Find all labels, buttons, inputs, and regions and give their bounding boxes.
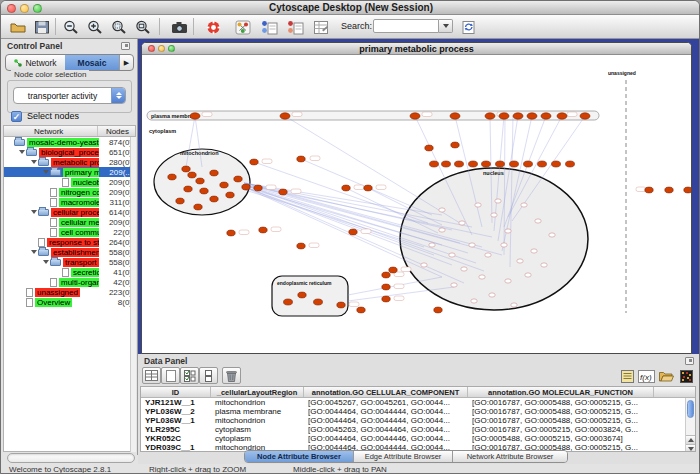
network-node[interactable]: [342, 185, 350, 191]
network-node[interactable]: [461, 267, 467, 271]
titlebar[interactable]: Cytoscape Desktop (New Session): [1, 1, 700, 15]
network-node[interactable]: [517, 259, 523, 263]
network-node[interactable]: [566, 161, 575, 167]
network-node[interactable]: [168, 174, 176, 180]
network-node[interactable]: [200, 188, 208, 194]
network-node[interactable]: [684, 187, 691, 193]
tab-edge-attribute-browser[interactable]: Edge Attribute Browser: [354, 451, 453, 462]
network-node[interactable]: [297, 156, 305, 162]
network-node[interactable]: [525, 273, 531, 277]
tree-row[interactable]: secretion41(0): [4, 267, 135, 277]
scroll-down-button[interactable]: [686, 444, 696, 452]
tree-row[interactable]: cell communicat22(0): [4, 227, 135, 237]
column-header[interactable]: ID: [141, 387, 211, 397]
network-node[interactable]: [357, 307, 365, 313]
network-node[interactable]: [496, 161, 505, 167]
network-node[interactable]: [495, 199, 501, 203]
network-node[interactable]: [451, 142, 459, 148]
network-node[interactable]: [314, 299, 323, 305]
network-node[interactable]: [297, 243, 305, 249]
node-color-select[interactable]: transporter activity: [13, 87, 126, 104]
zoom-fit-button[interactable]: [131, 17, 155, 37]
node-vizmap-button[interactable]: [257, 17, 281, 37]
column-header[interactable]: annotation.GO MOLECULAR_FUNCTION: [468, 387, 654, 397]
network-node[interactable]: [429, 243, 435, 247]
tree-row[interactable]: cellular metabol209(0): [4, 217, 135, 227]
network-window-titlebar[interactable]: primary metabolic process: [142, 43, 691, 55]
network-node[interactable]: [450, 113, 460, 119]
network-node[interactable]: [665, 187, 673, 193]
network-node[interactable]: [527, 113, 537, 119]
network-node[interactable]: [531, 249, 537, 253]
tree-row[interactable]: unassigned223(0): [4, 287, 135, 297]
tree-row[interactable]: response to stimulu264(0): [4, 237, 135, 247]
notes-button[interactable]: [619, 368, 636, 384]
network-node[interactable]: [505, 279, 511, 283]
tree-row[interactable]: mosaic-demo-yeast874(0): [4, 137, 135, 147]
delete-attribute-button[interactable]: [222, 367, 241, 384]
tree-expander-icon[interactable]: [42, 260, 50, 264]
table-row[interactable]: YLR295Ccytoplasm[GO:0045263, GO:0044464,…: [141, 425, 695, 434]
network-node[interactable]: [279, 189, 287, 195]
table-row[interactable]: YJR121W__1mitochondrion[GO:0045267, GO:0…: [141, 398, 695, 407]
network-node[interactable]: [439, 228, 445, 232]
network-node[interactable]: [298, 292, 306, 298]
unselect-attributes-button[interactable]: [199, 367, 218, 384]
network-node[interactable]: [455, 161, 464, 167]
network-node[interactable]: [410, 113, 420, 119]
column-header[interactable]: annotation.GO CELLULAR_COMPONENT: [304, 387, 468, 397]
network-canvas[interactable]: plasma membrane cytoplasm mitochondrion …: [142, 55, 691, 354]
help-button[interactable]: [201, 17, 225, 37]
network-node[interactable]: [471, 299, 477, 303]
network-node[interactable]: [176, 198, 184, 204]
network-node[interactable]: [259, 227, 267, 233]
network-node[interactable]: [234, 176, 242, 182]
search-dropdown-button[interactable]: [439, 19, 453, 33]
network-node[interactable]: [501, 243, 507, 247]
network-manager-button[interactable]: [231, 17, 255, 37]
column-header[interactable]: _cellularLayoutRegion: [211, 387, 304, 397]
network-node[interactable]: [226, 192, 234, 198]
network-node[interactable]: [196, 178, 204, 184]
tree-scrollbar[interactable]: [130, 137, 136, 452]
float-panel-icon[interactable]: [685, 357, 694, 365]
network-node[interactable]: [541, 263, 547, 267]
network-node[interactable]: [280, 113, 290, 119]
network-node[interactable]: [485, 253, 491, 257]
tree-row[interactable]: primary metabo209(...: [4, 167, 135, 177]
network-node[interactable]: [190, 113, 200, 119]
tree-expander-icon[interactable]: [30, 250, 38, 254]
float-panel-icon[interactable]: [121, 42, 130, 50]
tree-row[interactable]: nitrogen compo209(0): [4, 187, 135, 197]
network-view-window[interactable]: primary metabolic process plasma membran…: [141, 42, 692, 354]
network-node[interactable]: [552, 161, 561, 167]
tab-mosaic[interactable]: Mosaic: [65, 55, 119, 70]
select-attributes-button[interactable]: [180, 367, 199, 384]
network-node[interactable]: [242, 184, 250, 190]
network-node[interactable]: [337, 302, 345, 308]
network-node[interactable]: [521, 203, 527, 207]
network-node[interactable]: [475, 203, 481, 207]
tree-row[interactable]: establishment of lo558(0): [4, 247, 135, 257]
network-node[interactable]: [489, 293, 495, 297]
search-input[interactable]: [373, 19, 439, 33]
tab-network-attribute-browser[interactable]: Network Attribute Browser: [453, 451, 567, 462]
network-node[interactable]: [382, 272, 390, 278]
network-node[interactable]: [538, 161, 547, 167]
network-node[interactable]: [510, 161, 519, 167]
network-node[interactable]: [194, 204, 202, 210]
tree-row[interactable]: Overview8(0): [4, 297, 135, 307]
tab-network[interactable]: Network: [6, 55, 65, 70]
network-node[interactable]: [541, 113, 551, 119]
network-node[interactable]: [482, 161, 491, 167]
network-node[interactable]: [524, 161, 533, 167]
import-attributes-button[interactable]: [658, 368, 675, 384]
tree-row[interactable]: macromolecule311(0): [4, 197, 135, 207]
network-node[interactable]: [549, 233, 555, 237]
network-node[interactable]: [557, 113, 567, 119]
zoom-in-button[interactable]: [83, 17, 107, 37]
network-node[interactable]: [425, 145, 433, 151]
formula-button[interactable]: f(x): [638, 368, 655, 384]
network-node[interactable]: [210, 170, 218, 176]
attribute-table-header[interactable]: ID_cellularLayoutRegionannotation.GO CEL…: [141, 387, 695, 398]
